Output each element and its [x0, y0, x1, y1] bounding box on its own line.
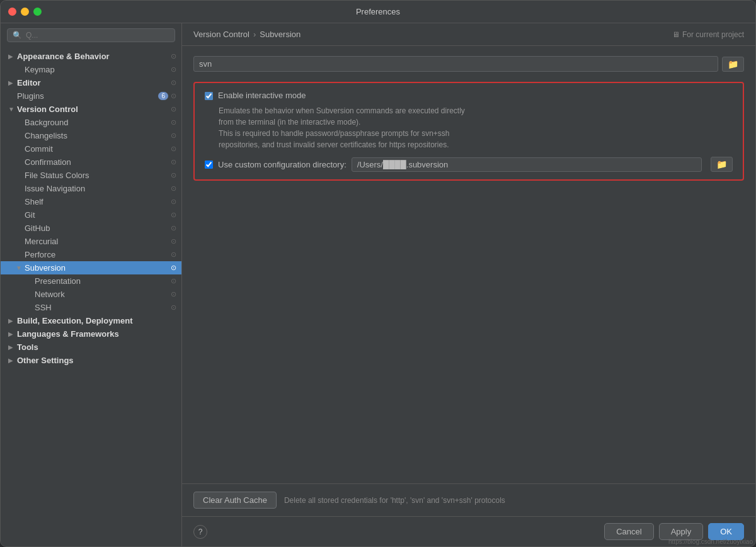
sidebar-item-label: Keymap	[25, 65, 168, 74]
highlighted-options-section: Enable interactive mode Emulates the beh…	[193, 82, 744, 181]
config-dir-folder-button[interactable]: 📁	[711, 157, 733, 172]
sidebar-item-label: Changelists	[25, 131, 168, 140]
expand-arrow: ▶	[8, 344, 17, 351]
cancel-button[interactable]: Cancel	[604, 523, 653, 540]
copy-icon: ⊙	[171, 211, 176, 219]
window-title: Preferences	[356, 7, 400, 16]
sidebar-item-subversion[interactable]: ▼ Subversion ⊙	[1, 261, 181, 274]
clear-cache-description: Delete all stored credentials for 'http'…	[284, 496, 505, 505]
use-custom-config-checkbox[interactable]	[205, 161, 213, 169]
help-button[interactable]: ?	[193, 525, 207, 539]
copy-icon: ⊙	[171, 105, 176, 113]
svn-path-folder-button[interactable]: 📁	[722, 57, 744, 72]
search-input[interactable]	[26, 31, 169, 40]
footer-actions: Cancel Apply OK	[604, 523, 744, 540]
copy-icon: ⊙	[171, 79, 176, 87]
minimize-button[interactable]	[21, 8, 29, 16]
expand-arrow: ▶	[8, 330, 17, 337]
sidebar-item-commit[interactable]: Commit ⊙	[1, 142, 181, 155]
enable-interactive-row: Enable interactive mode	[205, 91, 733, 100]
enable-interactive-checkbox[interactable]	[205, 92, 213, 100]
sidebar-item-network[interactable]: Network ⊙	[1, 288, 181, 301]
copy-icon: ⊙	[171, 92, 176, 100]
sidebar-tree: ▶ Appearance & Behavior ⊙ Keymap ⊙ ▶ Edi…	[1, 47, 181, 546]
watermark: https://blog.csdn.net/zuoyixiao	[668, 538, 753, 545]
sidebar-item-languages[interactable]: ▶ Languages & Frameworks	[1, 327, 181, 341]
copy-icon: ⊙	[171, 277, 176, 285]
copy-icon: ⊙	[171, 171, 176, 179]
main-panel: Version Control › Subversion 🖥 For curre…	[182, 23, 755, 546]
sidebar-item-label: Editor	[17, 78, 168, 87]
main-content-area: 🔍 ▶ Appearance & Behavior ⊙ Keymap ⊙	[1, 23, 755, 546]
sidebar-item-label: Other Settings	[17, 356, 176, 365]
enable-interactive-label: Enable interactive mode	[218, 91, 306, 100]
sidebar-item-presentation[interactable]: Presentation ⊙	[1, 274, 181, 288]
sidebar-item-label: Presentation	[35, 276, 168, 286]
sidebar-item-label: Git	[25, 210, 168, 220]
expand-arrow: ▼	[16, 264, 25, 271]
sidebar-item-label: Shelf	[25, 197, 168, 206]
sidebar-item-plugins[interactable]: Plugins 6 ⊙	[1, 89, 181, 103]
expand-arrow: ▶	[8, 79, 17, 86]
expand-arrow: ▶	[8, 53, 17, 60]
config-dir-input[interactable]	[352, 157, 702, 172]
sidebar-item-confirmation[interactable]: Confirmation ⊙	[1, 155, 181, 169]
sidebar-item-build[interactable]: ▶ Build, Execution, Deployment	[1, 314, 181, 327]
sidebar-item-label: Version Control	[17, 104, 168, 114]
sidebar-item-shelf[interactable]: Shelf ⊙	[1, 195, 181, 208]
copy-icon: ⊙	[171, 264, 176, 272]
sidebar-item-label: Issue Navigation	[25, 184, 168, 193]
copy-icon: ⊙	[171, 158, 176, 166]
sidebar-item-label: Build, Execution, Deployment	[17, 316, 176, 325]
sidebar-item-version-control[interactable]: ▼ Version Control ⊙	[1, 103, 181, 116]
copy-icon: ⊙	[171, 224, 176, 232]
custom-config-dir-row: Use custom configuration directory: 📁	[205, 157, 733, 172]
sidebar-item-label: Background	[25, 118, 168, 127]
sidebar-item-appearance[interactable]: ▶ Appearance & Behavior ⊙	[1, 50, 181, 63]
sidebar-item-label: Commit	[25, 144, 168, 154]
custom-config-label: Use custom configuration directory:	[218, 160, 346, 169]
copy-icon: ⊙	[171, 290, 176, 298]
copy-icon: ⊙	[171, 184, 176, 193]
close-button[interactable]	[8, 8, 16, 16]
copy-icon: ⊙	[171, 303, 176, 312]
sidebar-item-perforce[interactable]: Perforce ⊙	[1, 248, 181, 261]
for-project: 🖥 For current project	[672, 30, 744, 39]
sidebar-item-keymap[interactable]: Keymap ⊙	[1, 63, 181, 76]
sidebar-item-background[interactable]: Background ⊙	[1, 116, 181, 129]
apply-button[interactable]: Apply	[659, 523, 704, 540]
breadcrumb-current: Subversion	[260, 30, 301, 39]
breadcrumb-bar: Version Control › Subversion 🖥 For curre…	[182, 23, 755, 46]
maximize-button[interactable]	[33, 8, 42, 16]
for-project-label: For current project	[682, 30, 744, 39]
ok-button[interactable]: OK	[708, 523, 744, 540]
sidebar-item-issue-navigation[interactable]: Issue Navigation ⊙	[1, 182, 181, 195]
expand-arrow: ▶	[8, 357, 17, 364]
settings-content: 📁 Enable interactive mode Emulates the b…	[182, 46, 755, 483]
sidebar-item-other-settings[interactable]: ▶ Other Settings	[1, 354, 181, 367]
sidebar-item-mercurial[interactable]: Mercurial ⊙	[1, 235, 181, 248]
copy-icon: ⊙	[171, 132, 176, 140]
search-box[interactable]: 🔍	[7, 28, 175, 42]
sidebar-item-label: Confirmation	[25, 157, 168, 167]
sidebar-item-github[interactable]: GitHub ⊙	[1, 222, 181, 235]
sidebar-item-changelists[interactable]: Changelists ⊙	[1, 129, 181, 142]
svn-path-input[interactable]	[193, 56, 718, 72]
svn-path-row: 📁	[193, 56, 744, 72]
copy-icon: ⊙	[171, 65, 176, 74]
sidebar-item-file-status-colors[interactable]: File Status Colors ⊙	[1, 169, 181, 182]
preferences-window: Preferences 🔍 ▶ Appearance & Behavior ⊙ …	[0, 0, 756, 547]
sidebar-item-label: File Status Colors	[25, 171, 168, 180]
sidebar-item-label: Network	[35, 290, 168, 299]
clear-auth-cache-button[interactable]: Clear Auth Cache	[193, 492, 277, 509]
sidebar-item-editor[interactable]: ▶ Editor ⊙	[1, 76, 181, 89]
sidebar-item-tools[interactable]: ▶ Tools	[1, 341, 181, 354]
breadcrumb-parent: Version Control	[193, 30, 249, 39]
titlebar: Preferences	[1, 1, 755, 23]
sidebar-item-label: Subversion	[25, 263, 168, 273]
sidebar-item-git[interactable]: Git ⊙	[1, 208, 181, 222]
sidebar-item-label: Mercurial	[25, 237, 168, 246]
expand-arrow: ▶	[8, 317, 17, 324]
sidebar-item-ssh[interactable]: SSH ⊙	[1, 301, 181, 314]
window-controls	[8, 8, 42, 16]
